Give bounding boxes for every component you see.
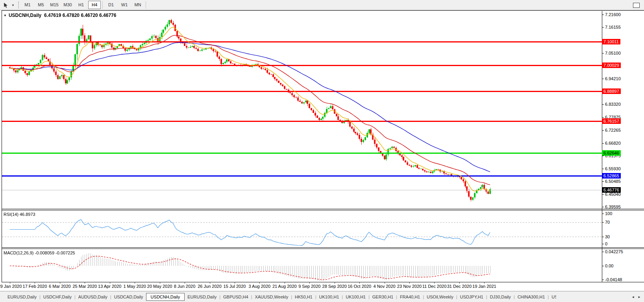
- price-tick-mark: [602, 143, 604, 144]
- date-axis-label[interactable]: 9 Sep 2020: [298, 284, 320, 289]
- date-axis-label[interactable]: 29 Jan 2020: [0, 284, 22, 289]
- rsi-scale-label: 30: [605, 234, 610, 239]
- symbol-tab-china300-h1[interactable]: CHINA300,H1: [515, 293, 548, 301]
- date-tick-mark: [434, 282, 435, 284]
- symbol-tab-uk100-h1[interactable]: UK100,H1: [343, 293, 368, 301]
- date-axis-label[interactable]: 6 Mar 2020: [49, 284, 71, 289]
- date-axis-label[interactable]: 16 Oct 2020: [348, 284, 371, 289]
- date-tick-mark: [385, 282, 385, 284]
- date-tick-mark: [409, 282, 410, 284]
- symbol-tab-usdcad-daily[interactable]: USDCAD,Daily: [111, 293, 146, 301]
- price-tick-mark: [602, 194, 604, 195]
- timeframe-button-m30[interactable]: M30: [61, 1, 74, 9]
- date-axis-label[interactable]: 13 Apr 2020: [98, 284, 121, 289]
- timeframe-button-m15[interactable]: M15: [48, 1, 61, 9]
- date-axis-label[interactable]: 31 Dec 2020: [447, 284, 472, 289]
- symbol-tab-usdjpy-h1[interactable]: USDJPY,H1: [457, 293, 486, 301]
- price-axis-line[interactable]: [602, 11, 602, 282]
- symbol-tab-uk100-h1[interactable]: UK100,H1: [316, 293, 342, 301]
- timeframe-button-h4[interactable]: H4: [88, 1, 101, 9]
- date-tick-mark: [10, 282, 10, 284]
- date-tick-mark: [259, 282, 260, 284]
- date-axis-label[interactable]: 11 Dec 2020: [422, 284, 447, 289]
- toolbar-separator: [146, 1, 146, 9]
- date-axis-label[interactable]: 20 May 2020: [147, 284, 172, 289]
- price-level-badge[interactable]: 7.00029: [602, 63, 621, 68]
- symbol-tab-usdcnh-daily[interactable]: USDCNH,Daily: [146, 293, 185, 301]
- symbol-tab-eurusd-daily[interactable]: EURUSD,Daily: [5, 293, 39, 301]
- rsi-scale-label: 0: [605, 241, 607, 246]
- price-tick-label: 6.50485: [605, 179, 621, 184]
- collapse-triangle-icon[interactable]: ▼: [4, 14, 7, 17]
- rsi-macd-separator-b[interactable]: [2, 249, 644, 249]
- date-axis-label[interactable]: 17 Feb 2020: [23, 284, 47, 289]
- tool-dropdown-caret-icon[interactable]: ▼: [11, 2, 15, 9]
- macd-indicator-plot[interactable]: [2, 249, 602, 282]
- date-tick-mark: [285, 282, 285, 284]
- chart-bottom-border: [2, 282, 644, 282]
- symbol-tab-dj30-daily[interactable]: DJ30,Daily: [487, 293, 514, 301]
- rsi-scale-label: 70: [605, 220, 610, 225]
- date-axis-label[interactable]: 21 Aug 2020: [272, 284, 297, 289]
- symbol-tab-xauusd-weekly[interactable]: XAUUSD,Weekly: [252, 293, 291, 301]
- price-tick-mark: [602, 53, 604, 53]
- rsi-macd-separator-a[interactable]: [2, 247, 644, 248]
- price-tick-mark: [602, 130, 604, 131]
- main-rsi-separator-b[interactable]: [2, 210, 644, 210]
- rsi-indicator-label: RSI(14) 46.8973: [4, 212, 35, 217]
- date-tick-mark: [160, 282, 160, 284]
- price-level-badge[interactable]: 6.76157: [602, 118, 621, 124]
- symbol-tab-usoil-weekly[interactable]: USOil,Weekly: [424, 293, 456, 301]
- date-tick-mark: [85, 282, 85, 284]
- toolbar-window-box[interactable]: [633, 3, 640, 8]
- price-tick-mark: [602, 181, 604, 182]
- price-tick-label: 7.05100: [605, 51, 621, 55]
- rsi-tick-mark: [602, 244, 604, 244]
- current-price-badge: 6.46776: [602, 187, 621, 193]
- date-axis-label[interactable]: 28 Sep 2020: [322, 284, 347, 289]
- rsi-scale-label: 100: [605, 211, 612, 216]
- date-axis-label[interactable]: 23 Nov 2020: [397, 284, 422, 289]
- chart-symbol-period: USDCNH,Daily: [9, 13, 41, 18]
- date-axis-label[interactable]: 1 May 2020: [123, 284, 146, 289]
- macd-tick-mark: [602, 266, 604, 266]
- date-axis-label[interactable]: 4 Nov 2020: [373, 284, 395, 289]
- tab-scroll-left-icon[interactable]: ◄: [630, 294, 636, 300]
- symbol-tab-usdchf-daily[interactable]: USDCHF,Daily: [41, 293, 74, 301]
- symbol-tab-audusd-daily[interactable]: AUDUSD,Daily: [76, 293, 110, 301]
- date-axis-label[interactable]: 3 Aug 2020: [249, 284, 271, 289]
- symbol-tab-gbpusd-h4[interactable]: GBPUSD,H4: [220, 293, 251, 301]
- symbol-tab-fra40-h1[interactable]: FRA40,H1: [397, 293, 423, 301]
- price-level-badge[interactable]: 6.62646: [602, 150, 621, 156]
- crosshair-cursor-icon[interactable]: [2, 2, 10, 9]
- macd-scale-label: 0.00: [605, 263, 613, 268]
- symbol-tab-us[interactable]: US: [549, 293, 556, 301]
- main-rsi-separator-a[interactable]: [2, 209, 644, 209]
- date-tick-mark: [359, 282, 360, 284]
- tab-scroll-right-icon[interactable]: ►: [636, 294, 642, 300]
- timeframe-button-d1[interactable]: D1: [105, 1, 117, 9]
- date-axis-label[interactable]: 15 Jul 2020: [224, 284, 246, 289]
- price-level-badge[interactable]: 7.10011: [602, 39, 620, 44]
- price-level-badge[interactable]: 6.52865: [602, 173, 621, 179]
- date-axis-label[interactable]: 19 Jan 2021: [472, 284, 496, 289]
- price-tick-label: 6.55930: [605, 166, 621, 171]
- timeframe-button-w1[interactable]: W1: [118, 1, 131, 9]
- toolbar-grip[interactable]: [18, 2, 20, 8]
- timeframe-button-m5[interactable]: M5: [35, 1, 47, 9]
- date-axis-label[interactable]: 25 Mar 2020: [72, 284, 97, 289]
- macd-scale-label: 0.042275: [605, 249, 623, 254]
- trading-terminal: ▼ M1M5M15M30H1H4D1W1MN ▼USDCNH,Daily 6.4…: [0, 0, 644, 302]
- timeframe-button-m1[interactable]: M1: [21, 1, 34, 9]
- timeframe-button-mn[interactable]: MN: [131, 1, 144, 9]
- symbol-tab-eurusd-daily[interactable]: EURUSD,Daily: [185, 293, 219, 301]
- price-tick-label: 7.21600: [605, 12, 621, 17]
- date-axis-label[interactable]: 8 Jun 2020: [174, 284, 195, 289]
- timeframe-button-h1[interactable]: H1: [75, 1, 87, 9]
- symbol-tab-hk50-h1[interactable]: HK50,H1: [292, 293, 315, 301]
- price-level-badge[interactable]: 6.88897: [602, 88, 621, 94]
- date-axis-label[interactable]: 26 Jun 2020: [198, 284, 222, 289]
- price-chart-plot[interactable]: [2, 11, 602, 209]
- symbol-tab-ger30-h1[interactable]: GER30,H1: [370, 293, 396, 301]
- rsi-indicator-plot[interactable]: [2, 211, 602, 247]
